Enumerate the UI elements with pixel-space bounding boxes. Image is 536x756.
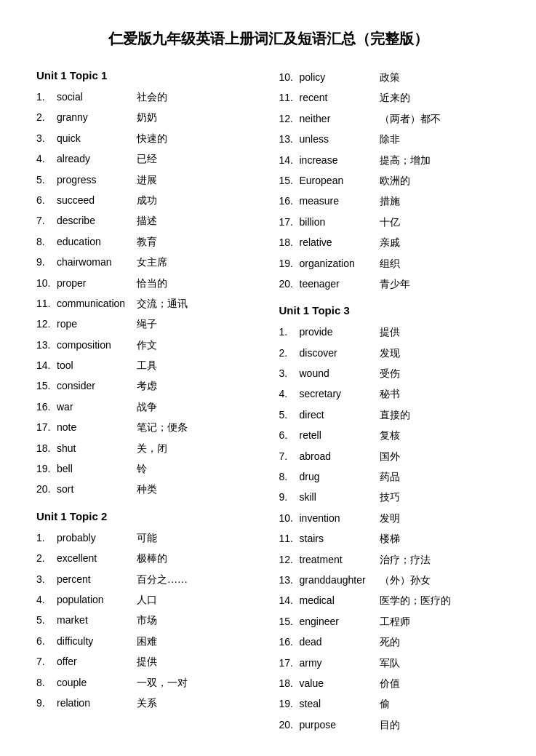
vocab-item: 13.composition作文 xyxy=(36,337,257,354)
vocab-english: treatment xyxy=(300,552,380,568)
vocab-english: invention xyxy=(300,510,380,526)
vocab-english: couple xyxy=(57,675,137,691)
vocab-chinese: 快速的 xyxy=(137,131,167,147)
vocab-english: offer xyxy=(57,653,137,669)
vocab-number: 4. xyxy=(36,151,57,167)
vocab-number: 12. xyxy=(279,111,300,127)
vocab-english: abroad xyxy=(300,448,380,464)
vocab-list-1: 1.probably可能2.excellent极棒的3.percent百分之……… xyxy=(36,530,257,712)
vocab-english: billion xyxy=(300,214,380,230)
vocab-item: 14.medical医学的；医疗的 xyxy=(279,592,500,609)
vocab-number: 8. xyxy=(279,469,300,485)
vocab-english: policy xyxy=(300,69,380,85)
vocab-item: 8.drug药品 xyxy=(279,469,500,485)
vocab-chinese: 提供 xyxy=(137,654,157,670)
vocab-chinese: 社会的 xyxy=(137,89,167,106)
vocab-item: 11.stairs楼梯 xyxy=(279,530,500,547)
vocab-item: 4.secretary秘书 xyxy=(279,386,500,402)
vocab-number: 11. xyxy=(279,89,300,106)
vocab-item: 13.granddaughter（外）孙女 xyxy=(279,572,500,589)
vocab-english: teenager xyxy=(300,276,380,292)
vocab-number: 7. xyxy=(36,212,57,228)
vocab-item: 8.couple一双，一对 xyxy=(36,675,257,691)
vocab-item: 7.offer提供 xyxy=(36,653,257,670)
content-wrapper: Unit 1 Topic 11.social社会的2.granny奶奶3.qui… xyxy=(36,69,500,742)
vocab-item: 7.describe描述 xyxy=(36,212,257,229)
vocab-english: war xyxy=(57,399,137,415)
vocab-chinese: 描述 xyxy=(137,213,157,229)
vocab-number: 19. xyxy=(36,461,57,477)
vocab-item: 12.neither（两者）都不 xyxy=(279,111,500,127)
vocab-chinese: 受伤 xyxy=(380,366,400,382)
page-title: 仁爱版九年级英语上册词汇及短语汇总（完整版） xyxy=(36,29,500,49)
vocab-english: note xyxy=(57,419,137,435)
vocab-item: 15.consider考虑 xyxy=(36,378,257,394)
left-column: Unit 1 Topic 11.social社会的2.granny奶奶3.qui… xyxy=(36,69,257,742)
vocab-chinese: 军队 xyxy=(380,656,400,672)
vocab-english: provide xyxy=(300,324,380,340)
vocab-chinese: 工程师 xyxy=(380,614,410,630)
vocab-item: 10.proper恰当的 xyxy=(36,275,257,292)
vocab-number: 7. xyxy=(36,653,57,669)
vocab-english: tool xyxy=(57,357,137,373)
vocab-chinese: 进展 xyxy=(137,172,157,188)
vocab-number: 16. xyxy=(36,399,57,415)
vocab-item: 17.army军队 xyxy=(279,655,500,672)
vocab-item: 5.progress进展 xyxy=(36,172,257,188)
vocab-number: 2. xyxy=(36,550,57,566)
right-column: 10.policy政策11.recent近来的12.neither（两者）都不1… xyxy=(279,69,500,742)
vocab-english: chairwoman xyxy=(57,254,137,270)
vocab-number: 19. xyxy=(279,696,300,712)
vocab-number: 3. xyxy=(36,130,57,146)
vocab-number: 9. xyxy=(36,254,57,270)
vocab-list-1: 1.provide提供2.discover发现3.wound受伤4.secret… xyxy=(279,324,500,733)
vocab-number: 14. xyxy=(279,592,300,608)
vocab-chinese: 提供 xyxy=(380,325,400,341)
vocab-item: 7.abroad国外 xyxy=(279,448,500,465)
section-title-0: Unit 1 Topic 1 xyxy=(36,69,257,81)
vocab-english: succeed xyxy=(57,192,137,208)
vocab-item: 19.bell铃 xyxy=(36,461,257,477)
vocab-english: education xyxy=(57,234,137,250)
vocab-chinese: 死的 xyxy=(380,634,400,650)
vocab-chinese: 女主席 xyxy=(137,255,167,271)
vocab-english: social xyxy=(57,89,137,105)
vocab-english: already xyxy=(57,151,137,167)
vocab-english: granny xyxy=(57,109,137,125)
vocab-chinese: 笔记；便条 xyxy=(137,420,188,436)
vocab-english: probably xyxy=(57,530,137,546)
vocab-english: dead xyxy=(300,634,380,650)
vocab-chinese: （外）孙女 xyxy=(380,573,431,589)
vocab-item: 6.difficulty困难 xyxy=(36,633,257,650)
vocab-number: 20. xyxy=(36,481,57,497)
vocab-chinese: （两者）都不 xyxy=(380,111,441,127)
vocab-item: 6.retell复核 xyxy=(279,427,500,444)
vocab-english: stairs xyxy=(300,530,380,546)
vocab-chinese: 技巧 xyxy=(380,490,400,506)
vocab-english: direct xyxy=(300,407,380,423)
vocab-english: discover xyxy=(300,345,380,361)
vocab-number: 5. xyxy=(279,407,300,423)
vocab-number: 15. xyxy=(36,378,57,394)
vocab-item: 17.billion十亿 xyxy=(279,214,500,231)
vocab-chinese: 秘书 xyxy=(380,386,400,402)
vocab-english: market xyxy=(57,612,137,628)
vocab-english: value xyxy=(300,675,380,691)
vocab-item: 18.value价值 xyxy=(279,675,500,692)
vocab-english: quick xyxy=(57,130,137,146)
vocab-english: shut xyxy=(57,440,137,456)
vocab-item: 20.sort种类 xyxy=(36,481,257,498)
vocab-number: 1. xyxy=(36,530,57,546)
vocab-english: increase xyxy=(300,152,380,168)
vocab-chinese: 种类 xyxy=(137,482,157,498)
vocab-item: 4.population人口 xyxy=(36,592,257,608)
vocab-number: 13. xyxy=(36,337,57,353)
vocab-number: 16. xyxy=(279,634,300,650)
vocab-item: 12.rope绳子 xyxy=(36,316,257,333)
vocab-english: communication xyxy=(57,295,137,311)
vocab-chinese: 已经 xyxy=(137,151,157,167)
vocab-number: 5. xyxy=(36,172,57,188)
vocab-item: 20.teenager青少年 xyxy=(279,276,500,293)
vocab-english: retell xyxy=(300,427,380,443)
vocab-number: 14. xyxy=(36,357,57,373)
